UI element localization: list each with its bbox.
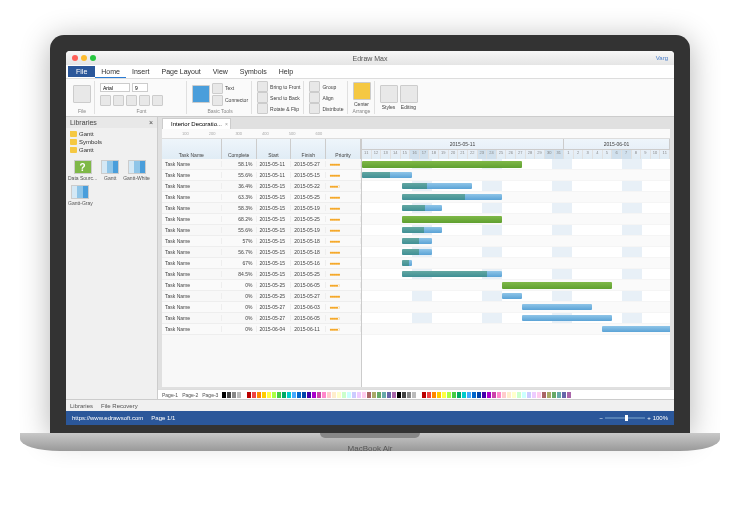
table-row[interactable]: Task Name55.6%2015-05-152015-05-19●●●●● xyxy=(162,225,361,236)
close-icon[interactable]: × xyxy=(149,119,153,126)
libraries-tab[interactable]: Libraries xyxy=(70,403,93,409)
color-swatch[interactable] xyxy=(377,392,381,398)
color-swatch[interactable] xyxy=(382,392,386,398)
col-header-name[interactable]: Task Name xyxy=(162,139,222,159)
table-row[interactable]: Task Name84.5%2015-05-152015-05-25●●●●● xyxy=(162,269,361,280)
table-row[interactable]: Task Name67%2015-05-152015-05-16●●●●● xyxy=(162,258,361,269)
gantt-bar[interactable] xyxy=(502,282,612,289)
color-swatch[interactable] xyxy=(272,392,276,398)
color-swatch[interactable] xyxy=(312,392,316,398)
color-swatch[interactable] xyxy=(557,392,561,398)
color-swatch[interactable] xyxy=(457,392,461,398)
color-swatch[interactable] xyxy=(517,392,521,398)
library-thumb[interactable]: ?Data Sourc... xyxy=(68,160,97,181)
italic-icon[interactable] xyxy=(113,95,124,106)
gantt-bar[interactable] xyxy=(402,194,502,200)
col-header-priority[interactable]: Priority xyxy=(326,139,361,159)
color-swatch[interactable] xyxy=(467,392,471,398)
color-swatch[interactable] xyxy=(452,392,456,398)
color-swatch[interactable] xyxy=(482,392,486,398)
page-tab-3[interactable]: Page-3 xyxy=(202,392,218,398)
menu-tab-home[interactable]: Home xyxy=(95,66,126,78)
styles-icon[interactable] xyxy=(380,85,398,103)
file-recovery-tab[interactable]: File Recovery xyxy=(101,403,138,409)
group-button[interactable]: Group xyxy=(309,81,336,92)
sidebar-item[interactable]: Symbols xyxy=(68,138,155,146)
zoom-slider[interactable] xyxy=(605,417,645,419)
file-menu[interactable]: File xyxy=(68,66,95,77)
color-swatch[interactable] xyxy=(492,392,496,398)
color-swatch[interactable] xyxy=(307,392,311,398)
color-swatch[interactable] xyxy=(372,392,376,398)
table-row[interactable]: Task Name0%2015-05-252015-05-27●●●●● xyxy=(162,291,361,302)
font-name-select[interactable]: Arial xyxy=(100,83,130,92)
color-swatch[interactable] xyxy=(277,392,281,398)
color-swatch[interactable] xyxy=(422,392,426,398)
col-header-finish[interactable]: Finish xyxy=(291,139,326,159)
gantt-bar[interactable] xyxy=(402,271,502,277)
center-icon[interactable] xyxy=(353,82,371,100)
gantt-bar[interactable] xyxy=(522,315,612,321)
color-swatch[interactable] xyxy=(432,392,436,398)
color-swatch[interactable] xyxy=(282,392,286,398)
gantt-bar[interactable] xyxy=(402,260,412,266)
color-swatch[interactable] xyxy=(337,392,341,398)
editing-icon[interactable] xyxy=(400,85,418,103)
color-swatch[interactable] xyxy=(567,392,571,398)
table-row[interactable]: Task Name55.6%2015-05-112015-05-15●●●●● xyxy=(162,170,361,181)
color-swatch[interactable] xyxy=(537,392,541,398)
send-back-button[interactable]: Send to Back xyxy=(257,92,300,103)
menu-tab-symbols[interactable]: Symbols xyxy=(234,66,273,77)
color-swatch[interactable] xyxy=(427,392,431,398)
library-thumb[interactable]: Gantt-Gray xyxy=(68,185,93,206)
zoom-window-icon[interactable] xyxy=(90,55,96,61)
color-swatch[interactable] xyxy=(357,392,361,398)
sidebar-item[interactable]: Gantt xyxy=(68,146,155,154)
highlight-icon[interactable] xyxy=(152,95,163,106)
color-swatch[interactable] xyxy=(332,392,336,398)
canvas[interactable]: 100200300400500600 Task NameCompleteStar… xyxy=(162,129,670,387)
color-swatch[interactable] xyxy=(362,392,366,398)
color-swatch[interactable] xyxy=(552,392,556,398)
color-swatch[interactable] xyxy=(547,392,551,398)
col-header-complete[interactable]: Complete xyxy=(222,139,257,159)
sidebar-item[interactable]: Gantt xyxy=(68,130,155,138)
text-tool[interactable]: Text xyxy=(212,83,248,94)
color-swatch[interactable] xyxy=(327,392,331,398)
color-swatch[interactable] xyxy=(462,392,466,398)
color-swatch[interactable] xyxy=(402,392,406,398)
gantt-bar[interactable] xyxy=(602,326,670,332)
color-swatch[interactable] xyxy=(342,392,346,398)
color-swatch[interactable] xyxy=(437,392,441,398)
table-row[interactable]: Task Name0%2015-05-272015-06-03●●●●○ xyxy=(162,302,361,313)
color-swatch[interactable] xyxy=(522,392,526,398)
color-swatch[interactable] xyxy=(472,392,476,398)
table-row[interactable]: Task Name63.3%2015-05-152015-05-25●●●●● xyxy=(162,192,361,203)
color-swatch[interactable] xyxy=(322,392,326,398)
color-swatch[interactable] xyxy=(512,392,516,398)
color-swatch[interactable] xyxy=(292,392,296,398)
table-row[interactable]: Task Name0%2015-05-272015-06-05●●●●○ xyxy=(162,313,361,324)
table-row[interactable]: Task Name58.3%2015-05-152015-05-19●●●●● xyxy=(162,203,361,214)
color-swatch[interactable] xyxy=(477,392,481,398)
color-swatch[interactable] xyxy=(317,392,321,398)
color-swatch[interactable] xyxy=(247,392,251,398)
distribute-button[interactable]: Distribute xyxy=(309,103,343,114)
color-swatch[interactable] xyxy=(262,392,266,398)
color-swatch[interactable] xyxy=(407,392,411,398)
color-swatch[interactable] xyxy=(502,392,506,398)
page-tab-2[interactable]: Page-2 xyxy=(182,392,198,398)
gantt-bar[interactable] xyxy=(402,249,432,255)
color-swatch[interactable] xyxy=(412,392,416,398)
page-tab-1[interactable]: Page-1 xyxy=(162,392,178,398)
table-row[interactable]: Task Name0%2015-06-042015-06-11●●●●○ xyxy=(162,324,361,335)
color-swatch[interactable] xyxy=(267,392,271,398)
color-swatch[interactable] xyxy=(487,392,491,398)
color-swatch[interactable] xyxy=(297,392,301,398)
gantt-bar[interactable] xyxy=(522,304,592,310)
bold-icon[interactable] xyxy=(100,95,111,106)
underline-icon[interactable] xyxy=(126,95,137,106)
user-label[interactable]: Varg xyxy=(656,55,668,61)
gantt-bar[interactable] xyxy=(402,227,442,233)
zoom-out-icon[interactable]: − xyxy=(600,415,604,421)
